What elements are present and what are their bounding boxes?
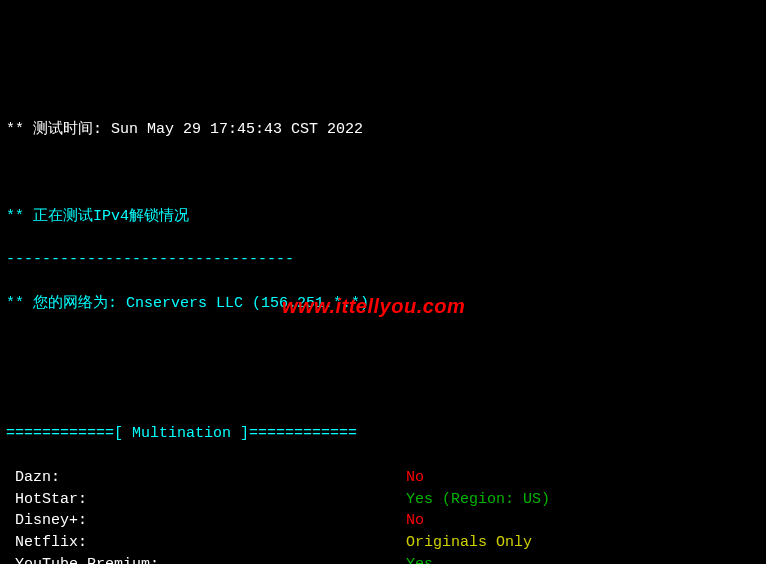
blank-line [6,380,760,402]
result-row: Dazn:No [6,467,760,489]
service-status: No [406,469,424,486]
result-row: Netflix:Originals Only [6,532,760,554]
test-time-label: 测试时间: [24,121,111,138]
divider-suffix: ]============ [231,425,357,442]
service-status: Yes (Region: US) [406,491,550,508]
test-time-line: ** 测试时间: Sun May 29 17:45:43 CST 2022 [6,119,760,141]
dash-divider: -------------------------------- [6,249,760,271]
network-label: 您的网络为: [24,295,126,312]
network-line: ** 您的网络为: Cnservers LLC (156.251.*.*) [6,293,760,315]
service-label: Dazn: [6,467,406,489]
result-row: HotStar:Yes (Region: US) [6,489,760,511]
terminal-output: ** 测试时间: Sun May 29 17:45:43 CST 2022 **… [6,97,760,564]
service-status: Originals Only [406,534,532,551]
service-status: No [406,512,424,529]
blank-line [6,162,760,184]
service-label: YouTube Premium: [6,554,406,564]
results-table: Dazn:No HotStar:Yes (Region: US) Disney+… [6,467,760,564]
service-label: Netflix: [6,532,406,554]
divider-prefix: ============[ [6,425,132,442]
network-value: Cnservers LLC (156.251.*.*) [126,295,369,312]
ipv4-test-line: ** 正在测试IPv4解锁情况 [6,206,760,228]
service-label: HotStar: [6,489,406,511]
asterisks: ** [6,208,24,225]
result-row: YouTube Premium:Yes [6,554,760,564]
section-divider: ============[ Multination ]============ [6,423,760,445]
service-label: Disney+: [6,510,406,532]
blank-line [6,336,760,358]
test-time-value: Sun May 29 17:45:43 CST 2022 [111,121,363,138]
asterisks: ** [6,121,24,138]
service-status: Yes [406,556,433,564]
ipv4-testing-label: 正在测试IPv4解锁情况 [24,208,189,225]
asterisks: ** [6,295,24,312]
result-row: Disney+:No [6,510,760,532]
section-title: Multination [132,425,231,442]
